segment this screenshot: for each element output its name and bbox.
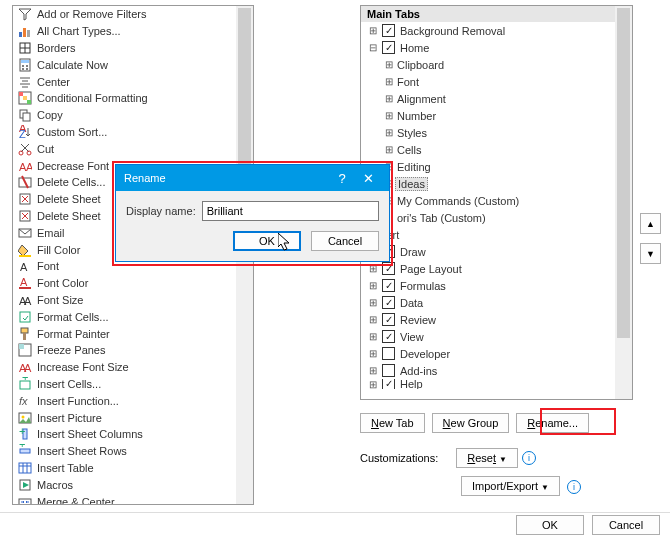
- tree-item[interactable]: ⊞✓Background Removal: [361, 22, 632, 39]
- command-item[interactable]: AAFont Size: [13, 292, 253, 309]
- svg-rect-21: [23, 113, 30, 121]
- command-item[interactable]: Borders▸: [13, 40, 253, 57]
- tree-item[interactable]: ⊞Clipboard: [361, 56, 632, 73]
- checkbox[interactable]: ✓: [382, 379, 395, 389]
- move-up-button[interactable]: ▲: [640, 213, 661, 234]
- tree-toggle-icon[interactable]: ⊞: [383, 59, 395, 70]
- checkbox[interactable]: [382, 347, 395, 360]
- tree-item[interactable]: ⊞✓Formulas: [361, 277, 632, 294]
- calc-icon: [17, 57, 33, 73]
- tree-item[interactable]: ⊞My Commands (Custom): [361, 192, 632, 209]
- tree-item[interactable]: ⊞✓Help: [361, 379, 632, 389]
- command-item[interactable]: Center: [13, 73, 253, 90]
- display-name-input[interactable]: [202, 201, 379, 221]
- checkbox[interactable]: ✓: [382, 262, 395, 275]
- tree-item[interactable]: ⊞Styles: [361, 124, 632, 141]
- dialog-title: Rename: [124, 172, 329, 184]
- tree-toggle-icon[interactable]: ⊞: [383, 144, 395, 155]
- tree-item[interactable]: ori's Tab (Custom): [361, 209, 632, 226]
- ins-cells-icon: +: [17, 376, 33, 392]
- tree-toggle-icon[interactable]: ⊞: [367, 348, 379, 359]
- tree-item[interactable]: ⊞Number: [361, 107, 632, 124]
- tree-item[interactable]: ⊞Editing: [361, 158, 632, 175]
- tree-item[interactable]: ⊞✓View: [361, 328, 632, 345]
- checkbox[interactable]: ✓: [382, 296, 395, 309]
- command-item[interactable]: Macros▸: [13, 476, 253, 493]
- tree-item[interactable]: ⊞Add-ins: [361, 362, 632, 379]
- tree-toggle-icon[interactable]: ⊞: [367, 297, 379, 308]
- tree-toggle-icon[interactable]: ⊞: [367, 263, 379, 274]
- command-item[interactable]: AAIncrease Font Size: [13, 359, 253, 376]
- tree-toggle-icon[interactable]: ⊞: [367, 280, 379, 291]
- command-item[interactable]: fxInsert Function...: [13, 392, 253, 409]
- tree-label: Font: [395, 76, 419, 88]
- move-down-button[interactable]: ▼: [640, 243, 661, 264]
- close-icon[interactable]: ✕: [355, 171, 381, 186]
- command-item[interactable]: Freeze Panes▸: [13, 342, 253, 359]
- svg-text:+: +: [22, 377, 28, 383]
- command-item[interactable]: +Insert Sheet Columns: [13, 426, 253, 443]
- command-item[interactable]: Format Cells...: [13, 308, 253, 325]
- tree-item[interactable]: ⊞Ideas: [361, 175, 632, 192]
- tree-toggle-icon[interactable]: ⊞: [367, 25, 379, 36]
- dialog-titlebar[interactable]: Rename ? ✕: [116, 165, 389, 191]
- checkbox[interactable]: ✓: [382, 24, 395, 37]
- checkbox[interactable]: ✓: [382, 279, 395, 292]
- tree-toggle-icon[interactable]: ⊞: [367, 314, 379, 325]
- command-item[interactable]: All Chart Types...: [13, 23, 253, 40]
- tree-item[interactable]: ⊞Developer: [361, 345, 632, 362]
- command-item[interactable]: Cut: [13, 140, 253, 157]
- tree-label: Review: [398, 314, 436, 326]
- command-item[interactable]: Format Painter: [13, 325, 253, 342]
- import-export-dropdown[interactable]: Import/Export▼: [461, 476, 560, 496]
- dialog-cancel-button[interactable]: Cancel: [311, 231, 379, 251]
- dialog-ok-button[interactable]: OK: [233, 231, 301, 251]
- tree-item[interactable]: ⊞Font: [361, 73, 632, 90]
- tree-item[interactable]: ⊟✓Home: [361, 39, 632, 56]
- tree-toggle-icon[interactable]: ⊟: [367, 42, 379, 53]
- right-scrollbar[interactable]: [615, 6, 632, 399]
- new-tab-button[interactable]: New Tab: [360, 413, 425, 433]
- info-icon[interactable]: i: [567, 480, 581, 494]
- tree-toggle-icon[interactable]: ⊞: [367, 331, 379, 342]
- checkbox[interactable]: ✓: [382, 41, 395, 54]
- command-item[interactable]: Conditional Formatting▸: [13, 90, 253, 107]
- command-item[interactable]: Merge & Center▸: [13, 493, 253, 505]
- ins-cols-icon: +: [17, 426, 33, 442]
- command-item[interactable]: AFont Color: [13, 275, 253, 292]
- command-item[interactable]: AZCustom Sort...: [13, 124, 253, 141]
- main-cancel-button[interactable]: Cancel: [592, 515, 660, 535]
- info-icon[interactable]: i: [522, 451, 536, 465]
- tree-toggle-icon[interactable]: ⊞: [383, 110, 395, 121]
- tree-item[interactable]: ⊞✓Review: [361, 311, 632, 328]
- tree-item[interactable]: ⊞✓Page Layout: [361, 260, 632, 277]
- tree-item[interactable]: ⊞Cells: [361, 141, 632, 158]
- tree-toggle-icon[interactable]: ⊞: [383, 93, 395, 104]
- command-item[interactable]: Insert Picture: [13, 409, 253, 426]
- scrollbar-thumb[interactable]: [617, 8, 630, 338]
- tree-item[interactable]: ⊞✓Data: [361, 294, 632, 311]
- checkbox[interactable]: [382, 364, 395, 377]
- tree-item[interactable]: ⊞✓Draw: [361, 243, 632, 260]
- main-tabs-tree[interactable]: Main Tabs ⊞✓Background Removal⊟✓Home⊞Cli…: [360, 5, 633, 400]
- tree-toggle-icon[interactable]: ⊞: [367, 365, 379, 376]
- reset-dropdown[interactable]: Reset▼: [456, 448, 518, 468]
- main-ok-button[interactable]: OK: [516, 515, 584, 535]
- help-icon[interactable]: ?: [329, 171, 355, 186]
- command-item[interactable]: +Insert Sheet Rows: [13, 443, 253, 460]
- checkbox[interactable]: ✓: [382, 330, 395, 343]
- command-item[interactable]: Copy: [13, 107, 253, 124]
- tree-toggle-icon[interactable]: ⊞: [383, 127, 395, 138]
- new-group-button[interactable]: New Group: [432, 413, 510, 433]
- tree-toggle-icon[interactable]: ⊞: [383, 76, 395, 87]
- tree-item[interactable]: sert: [361, 226, 632, 243]
- tree-toggle-icon[interactable]: ⊞: [367, 379, 379, 389]
- command-item[interactable]: Insert Table: [13, 460, 253, 477]
- command-item[interactable]: +Insert Cells...: [13, 376, 253, 393]
- tree-label: Background Removal: [398, 25, 505, 37]
- command-item[interactable]: Add or Remove Filters: [13, 6, 253, 23]
- command-item[interactable]: Calculate Now: [13, 56, 253, 73]
- rename-button[interactable]: Rename...: [516, 413, 589, 433]
- tree-item[interactable]: ⊞Alignment: [361, 90, 632, 107]
- checkbox[interactable]: ✓: [382, 313, 395, 326]
